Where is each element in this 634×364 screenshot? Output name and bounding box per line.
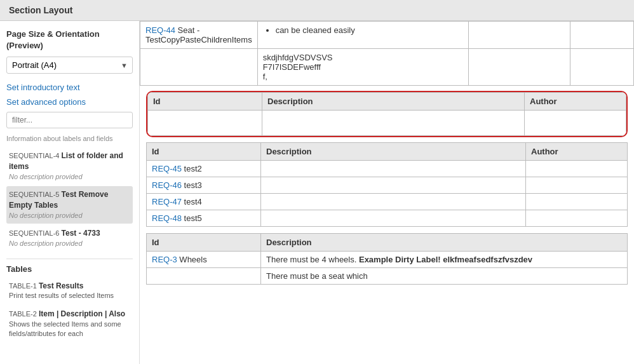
req-3-link[interactable]: REQ-3	[152, 255, 177, 264]
mid-cell-id-2: REQ-47 test4	[147, 194, 261, 210]
table-1-desc: Print test results of selected Items	[9, 291, 130, 300]
bullet-list: can be cleaned easily	[276, 25, 463, 35]
req-45-link[interactable]: REQ-45	[152, 164, 182, 173]
mid-header-id: Id	[147, 143, 261, 161]
page-size-dropdown-wrapper[interactable]: Portrait (A4) Landscape (A4) Portrait (L…	[6, 57, 133, 74]
bullet-item: can be cleaned easily	[276, 25, 463, 35]
mid-cell-author-1	[526, 177, 628, 194]
red-empty-cell-author	[525, 111, 626, 136]
content-area: REQ-44 Seat - TestCopyPasteChildrenItems…	[140, 21, 634, 364]
mid-cell-id-1: REQ-46 test3	[147, 177, 261, 194]
req-47-link[interactable]: REQ-47	[152, 197, 182, 206]
mid-cell-author-0	[526, 161, 628, 177]
bottom-header-desc: Description	[261, 234, 628, 252]
top-bar-title: Section Layout	[9, 5, 72, 15]
red-empty-cell-desc	[262, 111, 525, 136]
table-2-title: Item | Description | Also	[39, 309, 125, 318]
bottom-header-row: Id Description	[147, 234, 628, 252]
red-section-table: Id Description Author	[147, 92, 626, 136]
req-45-text: test2	[184, 164, 202, 173]
mid-table: Id Description Author REQ-45 test2	[146, 142, 628, 227]
red-empty-cell-id	[148, 111, 262, 136]
red-header-desc: Description	[262, 93, 525, 111]
table-row: REQ-3 Wheels There must be 4 wheels. Exa…	[147, 252, 628, 268]
mid-cell-desc-1	[261, 177, 526, 194]
mid-cell-desc-0	[261, 161, 526, 177]
table-row: REQ-47 test4	[147, 194, 628, 210]
top-author-cell-2	[469, 49, 570, 86]
page-size-label: Page Size & Orientation (Preview)	[6, 29, 133, 51]
mid-cell-author-2	[526, 194, 628, 210]
filter-input[interactable]	[6, 112, 133, 128]
mid-cell-id-0: REQ-45 test2	[147, 161, 261, 177]
sidebar-item-sequential-5[interactable]: SEQUENTIAL-5 Test Remove Empty Tables No…	[6, 186, 133, 224]
top-desc-cell: can be cleaned easily	[257, 22, 468, 49]
mid-cell-desc-3	[261, 210, 526, 227]
table-1-title: Test Results	[39, 281, 83, 290]
top-content-table: REQ-44 Seat - TestCopyPasteChildrenItems…	[140, 21, 634, 86]
table-row: REQ-44 Seat - TestCopyPasteChildrenItems…	[140, 22, 634, 49]
req-46-link[interactable]: REQ-46	[152, 180, 182, 190]
mid-header-desc: Description	[261, 143, 526, 161]
sidebar-item-sequential-4[interactable]: SEQUENTIAL-4 List of folder and items No…	[6, 147, 133, 185]
red-outlined-section: Id Description Author	[146, 91, 628, 137]
top-extra-cell	[570, 22, 634, 49]
bottom-cell-id-0: REQ-3 Wheels	[147, 252, 261, 268]
table-row: There must be a seat which	[147, 268, 628, 285]
mid-cell-id-3: REQ-48 test5	[147, 210, 261, 227]
top-id-cell: REQ-44 Seat - TestCopyPasteChildrenItems	[140, 22, 258, 49]
mid-header-author: Author	[526, 143, 628, 161]
req-3-text: Wheels	[179, 255, 206, 264]
sequential-5-desc: No description provided	[9, 211, 130, 220]
sequential-6-title: Test - 4733	[62, 229, 100, 238]
table-row: REQ-46 test3	[147, 177, 628, 194]
mid-cell-author-3	[526, 210, 628, 227]
req-48-link[interactable]: REQ-48	[152, 213, 182, 223]
desc-line-1: skdjhfdgVSDVSVS	[263, 53, 463, 62]
dirty-label: Example Dirty Label! elkfmeafsedfszfvszd…	[359, 255, 532, 264]
desc-line-2: F7I7ISDEFwefff	[263, 62, 463, 72]
bottom-header-id: Id	[147, 234, 261, 252]
sequential-6-desc: No description provided	[9, 239, 130, 248]
sidebar-info: Information about labels and fields	[6, 135, 133, 142]
table-2-desc: Shows the selected Items and some fields…	[9, 320, 130, 339]
sequential-4-desc: No description provided	[9, 172, 130, 182]
bottom-cell-id-1	[147, 268, 261, 285]
sequential-4-id: SEQUENTIAL-4	[9, 152, 62, 159]
table-row-2: skdjhfdgVSDVSVS F7I7ISDEFwefff f,	[140, 49, 634, 86]
req-44-link[interactable]: REQ-44	[145, 25, 175, 35]
sequential-5-id: SEQUENTIAL-5	[9, 191, 62, 198]
top-id-cell-2	[140, 49, 258, 86]
req-47-text: test4	[184, 197, 202, 206]
table-2-id: TABLE-2	[9, 310, 39, 318]
top-extra-cell-2	[570, 49, 634, 86]
bottom-table: Id Description REQ-3 Wheels There must b…	[146, 233, 628, 285]
desc-line-3: f,	[263, 72, 463, 81]
sidebar-item-sequential-6[interactable]: SEQUENTIAL-6 Test - 4733 No description …	[6, 225, 133, 252]
red-header-author: Author	[525, 93, 626, 111]
advanced-options-link[interactable]: Set advanced options	[6, 97, 133, 107]
bottom-cell-desc-0: There must be 4 wheels. Example Dirty La…	[261, 252, 628, 268]
tables-section-header: Tables	[6, 259, 133, 274]
sidebar-item-table-1[interactable]: TABLE-1 Test Results Print test results …	[6, 278, 133, 304]
bottom-table-section: Id Description REQ-3 Wheels There must b…	[140, 233, 634, 291]
table-row: REQ-48 test5	[147, 210, 628, 227]
sidebar: Page Size & Orientation (Preview) Portra…	[0, 21, 140, 364]
sequential-6-id: SEQUENTIAL-6	[9, 229, 62, 237]
bottom-cell-desc-1: There must be a seat which	[261, 268, 628, 285]
red-header-id: Id	[148, 93, 262, 111]
top-desc-cell-2: skdjhfdgVSDVSVS F7I7ISDEFwefff f,	[257, 49, 468, 86]
mid-cell-desc-2	[261, 194, 526, 210]
req-48-text: test5	[184, 213, 202, 223]
top-author-cell	[469, 22, 570, 49]
top-bar: Section Layout	[0, 0, 634, 21]
red-empty-row	[148, 111, 626, 136]
table-1-id: TABLE-1	[9, 282, 39, 290]
page-size-select[interactable]: Portrait (A4) Landscape (A4) Portrait (L…	[6, 57, 133, 74]
sidebar-item-table-2[interactable]: TABLE-2 Item | Description | Also Shows …	[6, 306, 133, 342]
intro-text-link[interactable]: Set introductory text	[6, 83, 133, 92]
table-row: REQ-45 test2	[147, 161, 628, 177]
mid-table-section: Id Description Author REQ-45 test2	[140, 142, 634, 233]
table-header-row: Id Description Author	[148, 93, 626, 111]
mid-header-row: Id Description Author	[147, 143, 628, 161]
